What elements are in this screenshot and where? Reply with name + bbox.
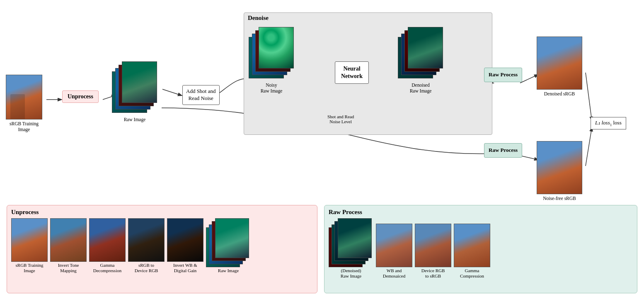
- wb-digital-label: Invert WB &Digital Gain: [173, 263, 197, 273]
- denoised-raw-label: DenoisedRaw Image: [398, 82, 443, 94]
- raw-image-block: Raw Image: [112, 61, 157, 122]
- rawproc-bottom-stack: [329, 218, 373, 267]
- noisy-raw-label: NoisyRaw Image: [249, 82, 294, 94]
- neural-network-box: Neural Network: [335, 61, 369, 84]
- svg-line-8: [586, 73, 592, 120]
- denoise-title: Denoise: [248, 15, 269, 22]
- srgb-training-image-block: sRGB Training Image: [6, 75, 42, 133]
- svg-line-7: [520, 75, 538, 83]
- wb-digital-img: [167, 218, 203, 262]
- denoised-layer-4: [408, 27, 443, 68]
- raw-layer-4: [122, 61, 157, 103]
- noisy-raw-stack: [249, 27, 294, 81]
- raw-bottom-stack: [206, 218, 251, 267]
- raw-image-label: Raw Image: [112, 117, 157, 122]
- rawprocess-item-3: GammaCompression: [454, 224, 490, 279]
- denoised-raw-block: DenoisedRaw Image: [398, 27, 443, 94]
- srgb-training-label: sRGB Training Image: [6, 121, 42, 133]
- noisy-raw-block: NoisyRaw Image: [249, 27, 294, 94]
- device-srgb-label: Device RGBto sRGB: [421, 268, 445, 279]
- svg-line-9: [586, 128, 592, 166]
- l1-loss-box: L₁ loss1 loss: [591, 117, 626, 129]
- bot-rawproc-layer-4: [338, 218, 372, 258]
- raw-process-top-box: Raw Process: [484, 68, 522, 82]
- invert-tone-label: Invert ToneMapping: [58, 263, 79, 273]
- rawprocess-section-images: (Denoised)Raw Image WB andDemosaiced Dev…: [329, 218, 633, 279]
- main-diagram: sRGB Training Image Unprocess Raw Image …: [0, 0, 644, 203]
- invert-tone-img: [50, 218, 87, 262]
- rawprocess-item-1: WB andDemosaiced: [376, 224, 412, 279]
- srgb-training-image: [6, 75, 42, 119]
- srgb-device-label: sRGB toDevice RGB: [135, 263, 158, 273]
- add-shot-noise-box: Add Shot and Read Noise: [182, 85, 220, 105]
- device-srgb-img: [415, 224, 451, 267]
- svg-line-2: [162, 89, 182, 95]
- raw-process-bottom-box: Raw Process: [484, 143, 522, 158]
- gamma-decomp-label: GammaDecompression: [93, 263, 121, 273]
- raw-image-stack: [112, 61, 157, 115]
- denoised-raw-bottom-label: (Denoised)Raw Image: [341, 268, 361, 279]
- srgb-device-img: [128, 218, 165, 262]
- rawprocess-section-title: Raw Process: [329, 209, 633, 216]
- denoised-srgb-label: Denoised sRGB: [537, 91, 582, 97]
- srgb-training-bottom-label: sRGB TrainingImage: [16, 263, 44, 273]
- noisefree-srgb-label: Noise-free sRGB: [537, 195, 582, 201]
- unprocess-item-4: Invert WB &Digital Gain: [167, 218, 203, 273]
- wb-demo-img: [376, 224, 412, 267]
- unprocess-section: Unprocess sRGB TrainingImage Invert Tone…: [7, 205, 317, 293]
- gamma-comp-img: [454, 224, 490, 267]
- rawprocess-item-2: Device RGBto sRGB: [415, 224, 451, 279]
- gamma-decomp-img: [89, 218, 126, 262]
- bottom-sections: Unprocess sRGB TrainingImage Invert Tone…: [0, 203, 644, 295]
- unprocess-item-2: GammaDecompression: [89, 218, 126, 273]
- raw-bottom-label: Raw Image: [218, 268, 239, 273]
- noisy-layer-4: [259, 27, 294, 68]
- wb-demo-label: WB andDemosaiced: [383, 268, 405, 279]
- svg-line-10: [520, 156, 538, 160]
- unprocess-box: Unprocess: [62, 90, 99, 103]
- rawprocess-section: Raw Process (Denoised)Raw Image WB andDe…: [324, 205, 637, 293]
- unprocess-section-images: sRGB TrainingImage Invert ToneMapping Ga…: [11, 218, 313, 273]
- denoised-raw-stack: [398, 27, 443, 81]
- srgb-training-bottom-img: [11, 218, 48, 262]
- unprocess-item-0: sRGB TrainingImage: [11, 218, 48, 273]
- unprocess-item-5: Raw Image: [206, 218, 251, 273]
- unprocess-item-3: sRGB toDevice RGB: [128, 218, 165, 273]
- gamma-comp-label: GammaCompression: [460, 268, 484, 279]
- shot-read-noise-label: Shot and ReadNoise Level: [327, 114, 354, 124]
- noisefree-srgb-image: [537, 141, 582, 194]
- denoised-srgb-block: Denoised sRGB: [537, 37, 582, 97]
- bot-raw-layer-4: [215, 218, 249, 258]
- denoised-srgb-image: [537, 37, 582, 90]
- noisefree-srgb-block: Noise-free sRGB: [537, 141, 582, 201]
- unprocess-section-title: Unprocess: [11, 209, 313, 216]
- unprocess-item-1: Invert ToneMapping: [50, 218, 87, 273]
- rawprocess-item-0: (Denoised)Raw Image: [329, 218, 373, 279]
